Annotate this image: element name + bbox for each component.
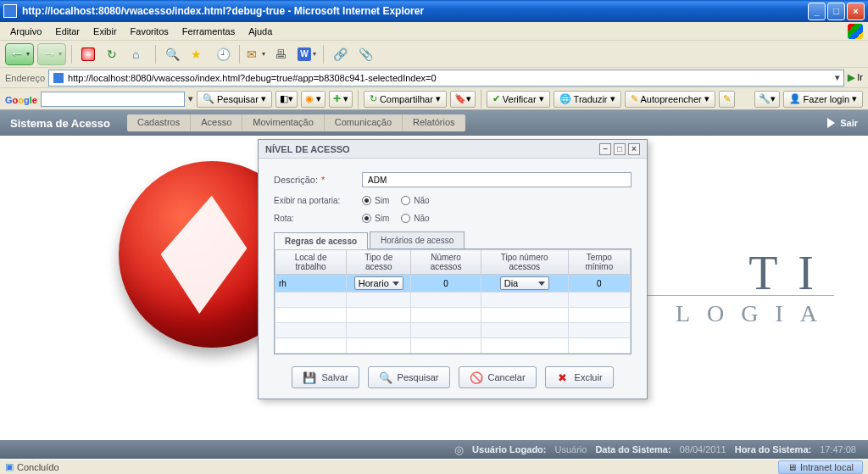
security-zone[interactable]: 🖥Intranet local: [778, 460, 863, 474]
pesquisar-button[interactable]: 🔍Pesquisar: [368, 366, 450, 388]
google-opt2-button[interactable]: ◉▾: [301, 91, 326, 108]
google-highlight-button[interactable]: ✎: [719, 91, 735, 108]
google-translate-button[interactable]: 🌐Traduzir▾: [554, 91, 621, 108]
history-button[interactable]: 🕘: [212, 43, 234, 65]
cell-tiponum[interactable]: Dia: [481, 275, 568, 293]
grid-row[interactable]: rh Horario 0 Dia 0: [275, 275, 631, 293]
menu-comunicacao[interactable]: Comunicação: [325, 114, 403, 131]
separator: [71, 45, 72, 64]
separator: [481, 90, 481, 109]
nao-label: Não: [414, 214, 429, 223]
google-bookmark-button[interactable]: 🔖▾: [450, 91, 476, 108]
google-share-button[interactable]: ↻Compartilhar▾: [364, 91, 447, 108]
mail-button[interactable]: ✉▾: [245, 43, 267, 65]
dialog-close-button[interactable]: ×: [628, 143, 640, 155]
grid-row-empty: [275, 338, 631, 354]
menu-relatorios[interactable]: Relatórios: [403, 114, 465, 131]
google-search-input[interactable]: [41, 92, 185, 107]
nivel-acesso-dialog: NÍVEL DE ACESSO – □ × Descrição:* Exibir…: [258, 139, 648, 399]
window-maximize-button[interactable]: □: [827, 3, 845, 20]
window-title: http://localhost:8080/vwacesso/index.htm…: [22, 5, 806, 17]
window-titlebar: http://localhost:8080/vwacesso/index.htm…: [0, 0, 868, 22]
content-area: TI LOGIA NÍVEL DE ACESSO – □ × Descrição…: [0, 136, 868, 440]
menu-cadastros[interactable]: Cadastros: [127, 114, 191, 131]
google-wrench-button[interactable]: 🔧▾: [754, 91, 780, 108]
dialog-titlebar[interactable]: NÍVEL DE ACESSO – □ ×: [259, 140, 647, 159]
address-input[interactable]: http://localhost:8080/vwacesso/index.htm…: [48, 70, 844, 86]
salvar-button[interactable]: 💾Salvar: [292, 366, 359, 388]
menu-editar[interactable]: Editar: [48, 25, 86, 38]
cell-tempo[interactable]: 0: [568, 275, 630, 293]
cell-numero[interactable]: 0: [411, 275, 481, 293]
menu-favoritos[interactable]: Favoritos: [124, 25, 175, 38]
address-url-text: http://localhost:8080/vwacesso/index.htm…: [68, 73, 835, 83]
toolbar-link2-button[interactable]: 📎: [354, 43, 376, 65]
separator: [323, 45, 324, 64]
forward-button[interactable]: →▾: [37, 43, 66, 65]
ie-menubar: Arquivo Editar Exibir Favoritos Ferramen…: [0, 22, 868, 41]
excluir-button[interactable]: ✖Excluir: [545, 366, 614, 388]
col-tempo[interactable]: Tempo mínimo: [568, 250, 630, 275]
menu-movimentacao[interactable]: Movimentação: [242, 114, 325, 131]
address-dropdown-icon[interactable]: ▾: [835, 72, 840, 83]
google-search-button[interactable]: 🔍Pesquisar▾: [197, 91, 272, 108]
descricao-input[interactable]: [362, 172, 632, 187]
chevron-down-icon: [392, 282, 399, 286]
rota-nao-radio[interactable]: [401, 214, 410, 223]
tab-horarios[interactable]: Horários de acesso: [370, 231, 465, 248]
google-login-button[interactable]: 👤Fazer login▾: [783, 91, 863, 108]
menu-ferramentas[interactable]: Ferramentas: [175, 25, 242, 38]
go-button[interactable]: ▶ Ir: [848, 72, 863, 83]
hora-label: Hora do Sistema:: [735, 444, 811, 454]
menu-arquivo[interactable]: Arquivo: [3, 25, 48, 38]
google-verify-button[interactable]: ✔Verificar▾: [487, 91, 550, 108]
delete-icon: ✖: [556, 371, 570, 384]
exibir-nao-radio[interactable]: [401, 196, 410, 205]
cancelar-button[interactable]: 🚫Cancelar: [459, 366, 537, 388]
tipo-select[interactable]: Horario: [354, 276, 403, 290]
window-minimize-button[interactable]: _: [808, 3, 826, 20]
app-menu: Cadastros Acesso Movimentação Comunicaçã…: [127, 114, 465, 131]
usuario-label: Usuário Logado:: [472, 444, 546, 454]
separator: [155, 45, 156, 64]
dialog-minimize-button[interactable]: –: [599, 143, 611, 155]
search-button[interactable]: 🔍: [161, 43, 183, 65]
tab-regras[interactable]: Regras de acesso: [274, 232, 368, 249]
google-plus-button[interactable]: ✚▾: [329, 91, 353, 108]
address-bar: Endereço http://localhost:8080/vwacesso/…: [0, 68, 868, 88]
brand-text-small: LOGIA: [676, 300, 834, 327]
stop-button[interactable]: [77, 43, 99, 65]
tiponum-select[interactable]: Dia: [500, 276, 549, 290]
google-search-dropdown-icon[interactable]: ▾: [188, 93, 193, 104]
dialog-title: NÍVEL DE ACESSO: [265, 144, 350, 154]
window-close-button[interactable]: ×: [847, 3, 865, 20]
toolbar-link1-button[interactable]: 🔗: [329, 43, 351, 65]
ie-status-text: Concluído: [17, 462, 59, 472]
cell-tipo[interactable]: Horario: [347, 275, 411, 293]
edit-button[interactable]: W▾: [296, 43, 318, 65]
home-button[interactable]: ⌂: [128, 43, 150, 65]
google-opt1-button[interactable]: ◧▾: [275, 91, 298, 108]
refresh-button[interactable]: ↻: [103, 43, 125, 65]
rota-sim-radio[interactable]: [362, 214, 371, 223]
grid-row-empty: [275, 323, 631, 338]
sim-label: Sim: [375, 214, 389, 223]
ie-statusbar: ▣ Concluído 🖥Intranet local: [0, 459, 868, 474]
col-local[interactable]: Local de trabalho: [275, 250, 347, 275]
col-numero[interactable]: Número acessos: [411, 250, 481, 275]
google-autofill-button[interactable]: ✎Autopreencher▾: [625, 91, 715, 108]
descricao-label: Descrição:*: [274, 175, 362, 185]
favorites-button[interactable]: ★: [186, 43, 209, 65]
dialog-maximize-button[interactable]: □: [614, 143, 626, 155]
back-button[interactable]: ←▾: [5, 43, 34, 65]
print-button[interactable]: 🖶: [270, 43, 292, 65]
cell-local[interactable]: rh: [275, 275, 347, 293]
exibir-sim-radio[interactable]: [362, 196, 371, 205]
menu-exibir[interactable]: Exibir: [86, 25, 124, 38]
col-tipo[interactable]: Tipo de acesso: [347, 250, 411, 275]
menu-ajuda[interactable]: Ajuda: [242, 25, 279, 38]
data-value: 08/04/2011: [680, 444, 726, 454]
menu-acesso[interactable]: Acesso: [191, 114, 242, 131]
logout-button[interactable]: Sair: [827, 118, 858, 128]
col-tiponum[interactable]: Tipo número acessos: [481, 250, 568, 275]
